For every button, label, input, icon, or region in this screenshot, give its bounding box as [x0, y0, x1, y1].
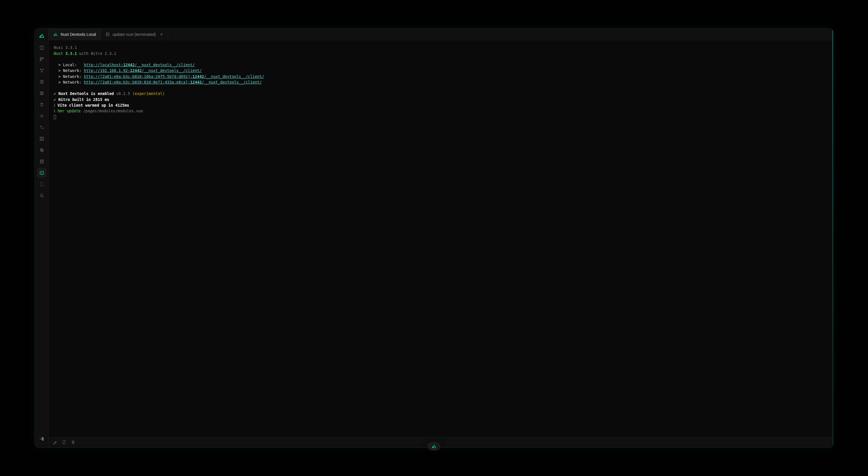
terminal-url-line: > Local: http://localhost:12442/__nuxt_d… — [54, 62, 828, 68]
terminal-line: ℹ Vite client warmed up in 4125ms — [54, 102, 828, 108]
sidebar-plugins[interactable] — [37, 100, 46, 109]
terminal-url-line: > Network: http://[2a01:e0a:b3c:b810:82d… — [54, 80, 828, 85]
terminal-line: Nuxt 3.3.1 with Nitro 2.3.1 — [54, 51, 828, 56]
svg-rect-22 — [40, 171, 43, 174]
terminal-url-line: > Network: http://[2a01:e0a:b3c:b810:10b… — [54, 74, 828, 80]
sidebar-hooks[interactable] — [37, 111, 46, 121]
svg-point-11 — [41, 93, 42, 94]
sidebar — [35, 29, 49, 447]
svg-rect-26 — [106, 33, 109, 36]
terminal-line: ✔ Nuxt Devtools is enabled v0.2.5 (exper… — [54, 91, 828, 96]
tab-label: update nuxt (terminated) — [113, 32, 156, 37]
sidebar-info[interactable] — [37, 43, 46, 53]
svg-rect-18 — [41, 150, 43, 152]
nuxt-icon — [53, 32, 58, 37]
sidebar-vscode[interactable] — [37, 434, 46, 444]
nuxt-floating-badge[interactable] — [428, 442, 440, 450]
sidebar-virtual-files[interactable] — [37, 180, 46, 189]
clear-icon[interactable] — [53, 440, 57, 444]
terminal-url-line: > Network: http://192.168.1.92:12442/__n… — [54, 68, 828, 73]
terminal-line: ℹ hmr update /pages/modules/modules.vue — [54, 108, 828, 114]
terminal-output[interactable]: Nuxi 3.3.1 Nuxt 3.3.1 with Nitro 2.3.1 >… — [49, 40, 833, 437]
svg-point-13 — [40, 126, 41, 127]
tab-label: Nuxt Devtools Local — [61, 32, 96, 37]
svg-point-6 — [40, 69, 41, 70]
svg-point-16 — [41, 138, 41, 138]
main-panel: Nuxt Devtools Local update nuxt (termina… — [49, 29, 833, 447]
tab-nuxt-devtools-local[interactable]: Nuxt Devtools Local — [49, 29, 101, 40]
tabs-bar: Nuxt Devtools Local update nuxt (termina… — [49, 29, 833, 40]
tab-update-nuxt[interactable]: update nuxt (terminated) ✕ — [101, 29, 168, 40]
sidebar-payload[interactable] — [37, 123, 46, 132]
url-link[interactable]: http://[2a01:e0a:b3c:b810:10ba:24f5:5b7d… — [84, 74, 264, 79]
sidebar-modules[interactable] — [37, 89, 46, 98]
devtools-frame: Nuxt Devtools Local update nuxt (termina… — [35, 28, 833, 447]
svg-point-24 — [40, 194, 43, 197]
svg-point-14 — [42, 128, 43, 129]
terminal-footer — [49, 437, 833, 447]
svg-point-8 — [41, 71, 42, 72]
terminal-square-icon — [105, 32, 110, 36]
svg-rect-19 — [40, 160, 43, 163]
sidebar-inspect[interactable] — [37, 191, 46, 200]
url-link[interactable]: http://[2a01:e0a:b3c:b810:82d:8e71:433a:… — [84, 80, 262, 85]
svg-point-2 — [41, 47, 42, 47]
sidebar-pages[interactable] — [37, 54, 46, 64]
svg-point-12 — [41, 116, 42, 117]
url-link[interactable]: http://localhost:12442/__nuxt_devtools__… — [84, 63, 195, 67]
trash-icon[interactable] — [71, 440, 75, 444]
sidebar-storage[interactable] — [37, 157, 46, 166]
terminal-line: ✔ Nitro built in 2815 ms — [54, 97, 828, 102]
svg-rect-3 — [40, 58, 41, 59]
refresh-icon[interactable] — [62, 440, 66, 444]
terminal-cursor — [54, 114, 828, 120]
svg-rect-5 — [40, 60, 41, 61]
sidebar-terminals[interactable] — [37, 168, 46, 178]
sidebar-assets[interactable] — [37, 134, 46, 144]
nuxt-logo[interactable] — [39, 33, 45, 39]
svg-line-25 — [42, 196, 43, 197]
terminal-line: Nuxi 3.3.1 — [54, 45, 828, 50]
svg-rect-23 — [40, 183, 43, 186]
svg-point-7 — [42, 69, 43, 70]
sidebar-runtime[interactable] — [37, 145, 46, 155]
svg-rect-4 — [42, 58, 43, 59]
url-link[interactable]: http://192.168.1.92:12442/__nuxt_devtool… — [84, 68, 202, 73]
sidebar-imports[interactable] — [37, 77, 46, 87]
close-icon[interactable]: ✕ — [160, 32, 163, 37]
svg-rect-10 — [40, 92, 43, 95]
svg-rect-17 — [40, 149, 42, 151]
nuxt-icon — [431, 444, 437, 449]
sidebar-components[interactable] — [37, 66, 46, 75]
